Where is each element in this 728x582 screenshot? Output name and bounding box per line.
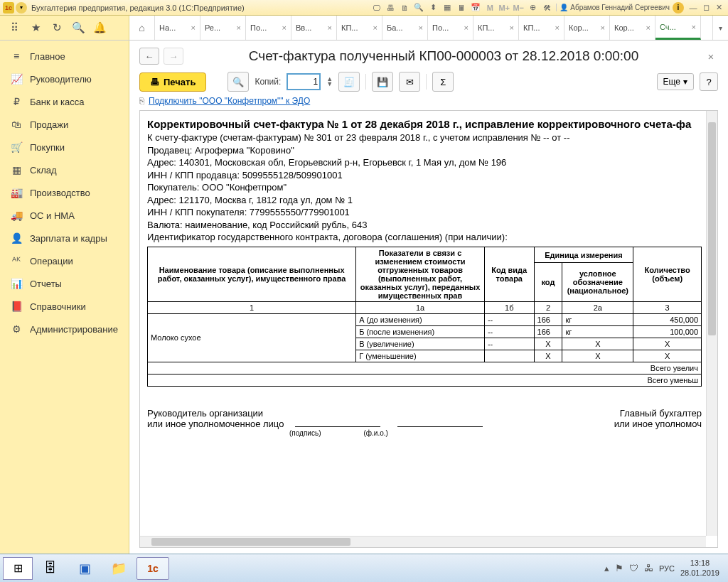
tray-up-icon[interactable]: ▴ [604,563,609,573]
tray-clock[interactable]: 13:18 28.01.2019 [680,559,719,577]
preview-button[interactable]: 🔍 [228,72,249,92]
tab-3[interactable]: Вв...× [291,16,337,40]
tb-icon-1[interactable]: 🖵 [370,2,382,14]
sidebar-item-0[interactable]: ≡Главное [0,45,129,68]
sidebar-label: ОС и НМА [30,210,75,221]
tab-close-icon[interactable]: × [555,23,560,32]
tray-network-icon[interactable]: 🖧 [644,563,653,573]
more-button[interactable]: Еще ▾ [657,73,694,90]
m-icon[interactable]: M [483,2,496,14]
minimize-button[interactable]: — [687,2,700,14]
email-button[interactable]: ✉ [399,72,420,92]
task-explorer[interactable]: 📁 [102,557,135,580]
nav-forward-button[interactable]: → [164,48,183,65]
horizontal-scrollbar[interactable] [140,536,706,547]
tools-icon[interactable]: 🛠 [540,2,553,14]
table-settings-button[interactable]: 🧾 [338,72,360,92]
sidebar-label: Продажи [30,119,68,130]
sidebar-item-10[interactable]: 📊Отчеты [0,272,129,295]
close-button[interactable]: ✕ [712,2,725,14]
copies-input[interactable] [287,73,321,90]
doc-line-1: Продавец: Агроферма "Коровино" [147,144,702,157]
zoom-icon[interactable]: ⊕ [526,2,539,14]
sidebar-icon: ⚙ [10,323,23,335]
sidebar-item-3[interactable]: 🛍Продажи [0,113,129,136]
tray-shield-icon[interactable]: 🛡 [629,563,638,573]
bell-icon[interactable]: 🔔 [91,19,108,36]
sidebar-item-8[interactable]: 👤Зарплата и кадры [0,227,129,249]
print-icon[interactable]: 🖶 [384,2,397,14]
copies-spinner[interactable]: ▲▼ [326,77,333,87]
m-plus-icon[interactable]: M+ [498,2,510,14]
sidebar-item-4[interactable]: 🛒Покупки [0,136,129,158]
compare-icon[interactable]: ⬍ [427,2,439,14]
calc-icon[interactable]: 🖩 [455,2,468,14]
info-icon[interactable]: i [673,2,684,14]
tabs-overflow[interactable]: ▾ [712,16,728,40]
doc-table: Наименование товара (описание выполненны… [147,247,702,387]
tab-5[interactable]: Ба...× [382,16,428,40]
tab-close-icon[interactable]: × [191,23,196,32]
tab-10[interactable]: Кор...× [610,16,655,40]
tab-close-icon[interactable]: × [464,23,469,32]
tab-close-icon[interactable]: × [692,23,696,31]
m-minus-icon[interactable]: M− [512,2,525,14]
task-powershell[interactable]: ▣ [68,557,101,580]
sidebar-item-1[interactable]: 📈Руководителю [0,68,129,90]
tab-6[interactable]: По...× [428,16,473,40]
calendar-icon[interactable]: 📅 [469,2,482,14]
tab-4[interactable]: КП...× [337,16,382,40]
tab-11[interactable]: Сч...× [655,16,701,40]
th-unit: Единица измерения [534,247,633,263]
task-1c[interactable]: 1c [136,557,169,580]
sidebar-item-7[interactable]: 🚚ОС и НМА [0,204,129,227]
favorite-icon[interactable]: ★ [27,19,44,36]
print-button[interactable]: 🖶 Печать [139,72,206,92]
tab-close-icon[interactable]: × [373,23,378,32]
sidebar-item-9[interactable]: ᴬᴷОперации [0,249,129,272]
user-indicator[interactable]: 👤 Абрамов Геннадий Сергеевич [556,4,673,11]
tab-close-icon[interactable]: × [282,23,287,32]
tab-9[interactable]: Кор...× [564,16,610,40]
sidebar-item-6[interactable]: 🏭Производство [0,181,129,204]
sig-right-1: Главный бухгалтер [614,408,702,419]
tab-close-icon[interactable]: × [328,23,332,32]
tab-1[interactable]: Ре...× [200,16,246,40]
edo-link[interactable]: Подключить "ООО "Конфетпром"" к ЭДО [149,96,310,106]
search-icon[interactable]: 🔍 [70,19,87,36]
tab-close-icon[interactable]: × [601,23,605,32]
sidebar-item-2[interactable]: ₽Банк и касса [0,90,129,113]
tab-0[interactable]: На...× [155,16,200,40]
document-icon[interactable]: 🗎 [398,2,411,14]
grid-icon[interactable]: ▦ [441,2,454,14]
sidebar-item-5[interactable]: ▦Склад [0,158,129,181]
preview-icon[interactable]: 🔍 [412,2,425,14]
tab-close-icon[interactable]: × [510,23,514,32]
tab-2[interactable]: По...× [246,16,291,40]
page-close-button[interactable]: × [704,50,718,63]
history-icon[interactable]: ↻ [48,19,65,36]
sidebar-item-11[interactable]: 📕Справочники [0,295,129,318]
tab-close-icon[interactable]: × [237,23,241,32]
signature-block: Руководитель организации или иное уполно… [147,408,702,437]
tab-close-icon[interactable]: × [419,23,423,32]
sum-button[interactable]: Σ [432,72,454,92]
sidebar-item-12[interactable]: ⚙Администрирование [0,318,129,340]
app-menu-dropdown[interactable]: ▾ [16,2,27,14]
tray-flag-icon[interactable]: ⚑ [615,563,623,573]
document-scroll[interactable]: Корректировочный счет-фактура № 1 от 28 … [143,114,706,536]
nav-back-button[interactable]: ← [139,48,159,65]
help-button[interactable]: ? [700,72,718,91]
tab-close-icon[interactable]: × [646,23,651,32]
maximize-button[interactable]: ◻ [700,2,712,14]
tray-lang[interactable]: РУС [659,564,675,573]
vertical-scrollbar[interactable] [706,111,717,536]
task-server[interactable]: 🗄 [34,557,67,580]
colnum: 1б [484,301,534,313]
start-button[interactable]: ⊞ [3,557,33,580]
save-button[interactable]: 💾 [372,72,393,92]
home-button[interactable]: ⌂ [129,16,155,40]
tab-7[interactable]: КП...× [473,16,519,40]
apps-icon[interactable]: ⠿ [6,19,23,36]
tab-8[interactable]: КП...× [519,16,564,40]
